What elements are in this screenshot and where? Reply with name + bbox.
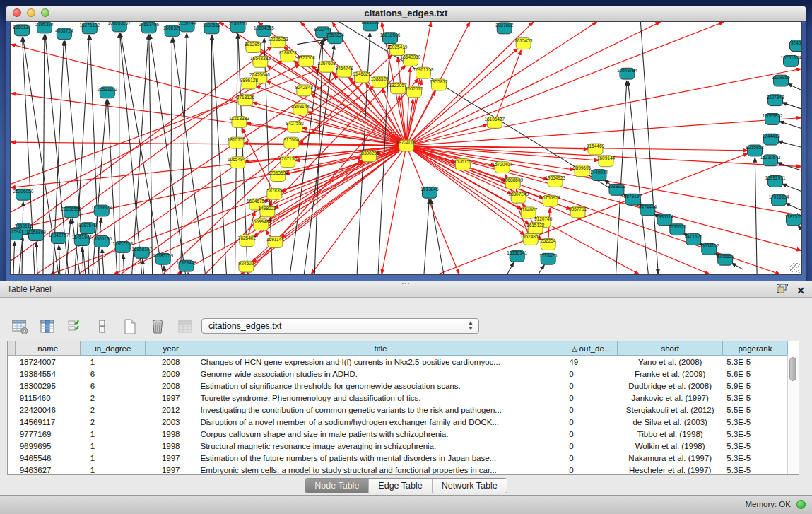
tab-node-table[interactable]: Node Table	[305, 479, 369, 493]
node-label: 9154469	[587, 144, 605, 148]
row-height-button[interactable]	[93, 317, 112, 337]
network-edge[interactable]	[102, 248, 103, 274]
table-row[interactable]: 1938455462009Genome-wide association stu…	[8, 368, 788, 380]
column-header-year[interactable]: year	[146, 341, 196, 356]
node-label: 1513845	[420, 187, 439, 192]
table-row[interactable]: 946362711997Embryonic stem cells: a mode…	[8, 464, 788, 475]
node-label: 917004	[283, 137, 299, 142]
network-edge[interactable]	[507, 262, 514, 274]
row-stub-cell	[8, 356, 16, 368]
node-label: 1615132	[526, 223, 545, 228]
network-edge[interactable]	[252, 102, 406, 146]
network-edge[interactable]	[93, 100, 107, 274]
network-edge[interactable]	[616, 81, 626, 274]
network-edge[interactable]	[495, 50, 522, 122]
table-settings-button[interactable]	[10, 317, 30, 337]
row-stub-cell	[8, 440, 16, 452]
node-label: 3915941	[11, 229, 24, 234]
network-edge[interactable]	[123, 254, 124, 274]
network-edge[interactable]	[628, 81, 648, 274]
network-edge[interactable]	[235, 34, 237, 274]
network-edge[interactable]	[755, 158, 757, 274]
canvas-resize-grip[interactable]	[790, 263, 800, 273]
network-edge[interactable]	[787, 83, 801, 90]
delete-table-button[interactable]	[148, 317, 167, 337]
network-edge[interactable]	[297, 39, 328, 44]
network-edge[interactable]	[640, 22, 658, 274]
table-row[interactable]: 946554611997Estimation of the future num…	[8, 452, 788, 464]
network-edge[interactable]	[256, 86, 406, 146]
table-row[interactable]: 2242004622012Investigating the contribut…	[8, 404, 788, 416]
cell-in-degree: 6	[81, 368, 146, 380]
table-vertical-scrollbar[interactable]	[787, 355, 799, 474]
scrollbar-thumb[interactable]	[789, 357, 796, 381]
column-header-out-de-[interactable]: △out_de...	[565, 341, 618, 356]
cell-out-de-: 0	[565, 404, 618, 416]
column-visibility-button[interactable]	[37, 317, 57, 337]
cell-in-degree: 1	[81, 464, 146, 475]
cell-short: de Silva et al. (2003)	[618, 416, 722, 428]
tab-edge-table[interactable]: Edge Table	[369, 479, 432, 493]
network-edge[interactable]	[188, 273, 189, 274]
network-edge[interactable]	[431, 199, 444, 274]
import-table-button[interactable]	[175, 317, 195, 337]
table-row[interactable]: 1456911722003Disruption of a novel membe…	[8, 416, 788, 428]
node-label: 8267130	[279, 156, 298, 161]
cell-name: 18300295	[16, 380, 81, 392]
network-edge[interactable]	[782, 184, 801, 191]
network-edge[interactable]	[785, 203, 801, 210]
network-edge[interactable]	[539, 265, 545, 274]
table-row[interactable]: 1872400712008Changes of HCN gene express…	[8, 356, 788, 368]
network-edge[interactable]	[181, 33, 187, 274]
row-stub-cell	[8, 380, 16, 392]
column-header-name[interactable]: name	[16, 341, 81, 356]
table-selector[interactable]: citations_edges.txt ▲▼	[201, 318, 479, 334]
table-row[interactable]: 1830029562008Estimation of significance …	[8, 380, 788, 392]
select-all-button[interactable]	[65, 317, 85, 337]
network-edge[interactable]	[143, 259, 144, 274]
network-edge[interactable]	[173, 38, 206, 274]
node-label: 8722447	[314, 27, 333, 32]
column-header-short[interactable]: short	[618, 341, 722, 356]
network-edge[interactable]	[731, 263, 743, 269]
zoom-window-button[interactable]	[41, 8, 49, 17]
network-edge[interactable]	[779, 122, 801, 129]
close-panel-icon[interactable]: ✕	[796, 285, 805, 296]
network-edge[interactable]	[406, 146, 710, 274]
network-edge[interactable]	[132, 35, 148, 274]
network-edge[interactable]	[778, 141, 801, 147]
cell-in-degree: 1	[81, 356, 146, 368]
network-edge[interactable]	[424, 199, 429, 274]
node-label: 12342757	[48, 233, 69, 238]
network-edge[interactable]	[212, 35, 226, 274]
column-header-title[interactable]: title	[196, 341, 565, 356]
table-row[interactable]: 969969511998Structural magnetic resonanc…	[8, 440, 788, 452]
network-edge[interactable]	[36, 243, 37, 274]
minimize-window-button[interactable]	[27, 8, 35, 17]
close-window-button[interactable]	[13, 8, 21, 17]
memory-status-icon	[796, 500, 806, 509]
network-edge[interactable]	[798, 226, 801, 229]
network-view[interactable]: 1872400718300295891295412226053165433828…	[11, 22, 801, 274]
network-edge[interactable]	[782, 103, 801, 109]
column-header-pagerank[interactable]: pagerank	[722, 341, 787, 356]
network-edge[interactable]	[406, 22, 724, 146]
cell-title: Corpus callosum shape and size in male p…	[196, 428, 565, 440]
float-panel-icon[interactable]	[777, 284, 788, 297]
node-label: 10756928	[540, 195, 560, 200]
table-row[interactable]: 977716911998Corpus callosum shape and si…	[8, 428, 788, 440]
table-row[interactable]: 911546021997Tourette syndrome. Phenomeno…	[8, 392, 788, 404]
network-window-titlebar[interactable]: citations_edges.txt	[6, 6, 806, 21]
network-canvas[interactable]: 1872400718300295891295412226053165433828…	[10, 21, 802, 275]
network-edge[interactable]	[382, 146, 406, 274]
split-divider-handle[interactable]	[401, 282, 410, 286]
network-edge[interactable]	[406, 117, 801, 146]
network-edge[interactable]	[212, 35, 213, 274]
network-edge[interactable]	[66, 219, 71, 274]
node-label: 17016504	[769, 194, 789, 199]
column-header-in-degree[interactable]: in_degree	[81, 341, 146, 356]
new-table-button[interactable]	[120, 317, 140, 337]
network-edge[interactable]	[170, 38, 172, 274]
tab-network-table[interactable]: Network Table	[433, 479, 507, 493]
node-label: 2935114	[656, 214, 673, 219]
